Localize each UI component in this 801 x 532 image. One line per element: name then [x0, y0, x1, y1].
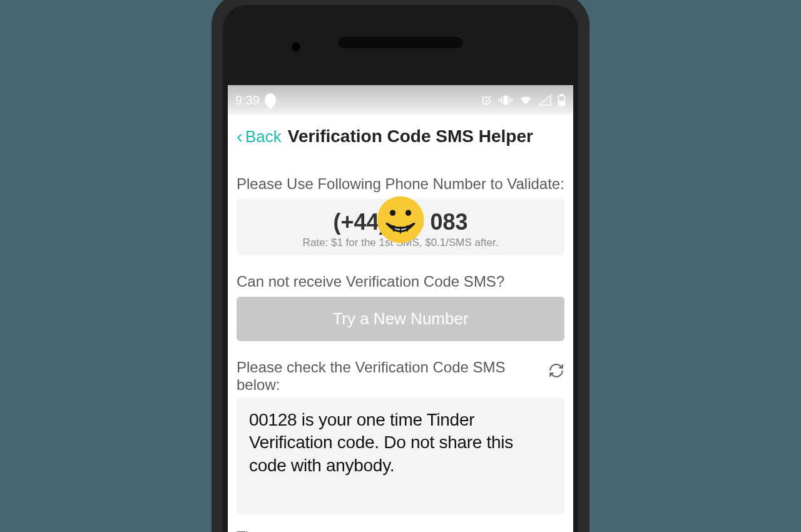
nav-bar: ‹ Back Verification Code SMS Helper [228, 115, 573, 158]
back-label: Back [245, 127, 282, 146]
chevron-left-icon: ‹ [237, 127, 243, 146]
phone-number-card: (+44)786 083 Rate: $1 for the 1st SMS, $… [237, 199, 564, 255]
phone-instruction-label: Please Use Following Phone Number to Val… [237, 175, 564, 193]
svg-rect-5 [511, 98, 513, 102]
sms-message: 00128 is your one time Tinder Verificati… [249, 409, 552, 477]
camera-icon [292, 43, 300, 51]
speaker-icon [338, 37, 463, 48]
refresh-button[interactable] [548, 362, 564, 381]
svg-rect-1 [503, 96, 508, 105]
page-title: Verification Code SMS Helper [288, 126, 533, 146]
try-new-number-button[interactable]: Try a New Number [237, 297, 564, 341]
svg-rect-3 [509, 97, 511, 103]
back-button[interactable]: ‹ Back [237, 127, 282, 146]
wifi-icon [519, 95, 533, 106]
alarm-icon [480, 94, 492, 106]
vibrate-icon [499, 94, 513, 106]
status-bar: 9:39 [228, 85, 573, 115]
svg-rect-2 [501, 97, 503, 103]
sms-card: 00128 is your one time Tinder Verificati… [237, 397, 564, 514]
svg-rect-8 [559, 101, 564, 105]
refresh-icon [548, 362, 564, 379]
phone-inner: 9:39 [223, 5, 578, 532]
battery-icon [558, 94, 566, 106]
cannot-receive-label: Can not receive Verification Code SMS? [237, 273, 564, 290]
status-time: 9:39 [235, 93, 260, 108]
try-button-label: Try a New Number [332, 309, 468, 328]
svg-rect-7 [561, 95, 563, 96]
svg-point-9 [377, 197, 424, 243]
check-sms-label: Please check the Verification Code SMS b… [237, 359, 542, 394]
signal-icon [539, 95, 551, 106]
svg-point-10 [390, 210, 395, 215]
screen: 9:39 [228, 85, 573, 532]
svg-rect-4 [499, 98, 500, 102]
smiley-emoji-icon [376, 195, 425, 244]
svg-point-11 [406, 210, 411, 215]
phone-frame: 9:39 [212, 0, 589, 532]
tips-label: Tips [237, 528, 564, 532]
content: Please Use Following Phone Number to Val… [228, 175, 573, 532]
phone-top [223, 5, 578, 80]
notification-icon [265, 93, 276, 107]
